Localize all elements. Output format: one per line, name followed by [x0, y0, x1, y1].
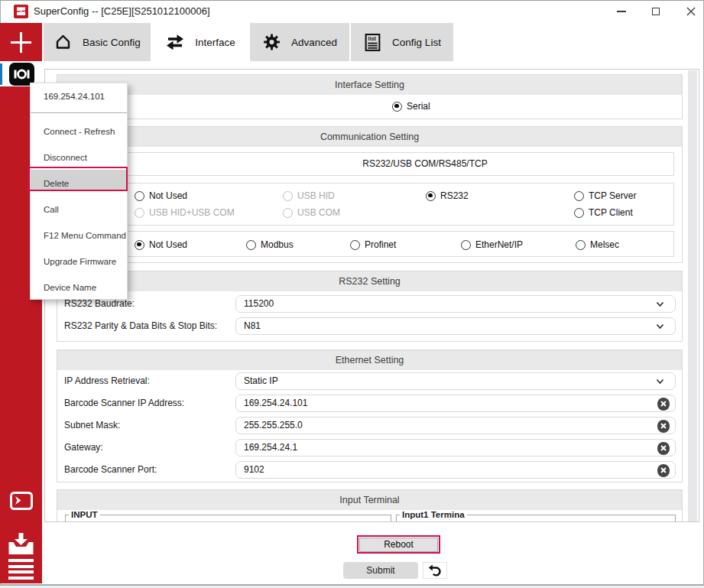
- chevron-down-icon: [656, 323, 664, 330]
- close-icon: [686, 7, 696, 16]
- gear-icon: [262, 33, 281, 51]
- section-title: RS232 Setting: [57, 271, 682, 291]
- section-rs232-setting: RS232 Setting RS232 Baudrate: 115200 RS2…: [57, 271, 683, 342]
- input-groupbox: INPUT: [65, 515, 391, 522]
- window-title: SuperConfig -- [C25E][S251012100006]: [34, 0, 210, 23]
- radio-modbus[interactable]: Modbus: [246, 239, 294, 250]
- radio-melsec[interactable]: Melsec: [576, 239, 619, 250]
- context-menu-header: 169.254.24.101: [44, 92, 105, 101]
- radio-ethernet-ip[interactable]: EtherNet/IP: [461, 239, 523, 250]
- device-selected-indicator: [0, 63, 2, 85]
- clear-icon[interactable]: [657, 464, 670, 477]
- comm-subtitle-box: RS232/USB COM/RS485/TCP: [61, 152, 674, 176]
- tab-label: Basic Config: [83, 37, 141, 48]
- superconfig-window: SuperConfig -- [C25E][S251012100006] Bas…: [0, 0, 704, 588]
- window-border-top: [0, 0, 704, 1]
- menu-item-upgrade-firmware[interactable]: Upgrade Firmware: [31, 249, 127, 275]
- vertical-scrollbar[interactable]: [688, 70, 697, 522]
- add-device-button[interactable]: [0, 23, 42, 61]
- clear-icon[interactable]: [657, 420, 670, 433]
- rs232-baudrate-select[interactable]: 115200: [235, 295, 676, 313]
- undo-icon: [428, 564, 442, 577]
- scanner-port-label: Barcode Scanner Port:: [64, 461, 157, 478]
- import-button[interactable]: [0, 532, 42, 555]
- rs232-parity-label: RS232 Parity & Data Bits & Stop Bits:: [64, 317, 217, 334]
- section-title: Interface Setting: [57, 75, 682, 95]
- device-context-menu: 169.254.24.101 Connect - Refresh Disconn…: [30, 83, 128, 300]
- radio-tcp-server[interactable]: TCP Server: [574, 190, 636, 201]
- delete-annotation-box: [28, 167, 128, 191]
- tab-label: Config List: [392, 37, 441, 48]
- section-input-terminal: Input Terminal INPUT Input1 Termina: [57, 489, 683, 522]
- list-icon: list: [363, 33, 382, 52]
- title-bar: SuperConfig -- [C25E][S251012100006]: [0, 0, 704, 23]
- maximize-icon: [652, 8, 660, 15]
- chevron-down-icon: [656, 301, 664, 307]
- download-icon: [8, 532, 34, 555]
- comm-subtitle: RS232/USB COM/RS485/TCP: [322, 153, 528, 175]
- tab-basic-config[interactable]: Basic Config: [44, 23, 151, 61]
- tab-interface[interactable]: Interface: [152, 23, 248, 61]
- radio-rs232[interactable]: RS232: [426, 190, 469, 201]
- section-communication-setting: Communication Setting RS232/USB COM/RS48…: [57, 126, 683, 263]
- ip-retrieval-select[interactable]: Static IP: [235, 372, 676, 390]
- radio-usb-com[interactable]: USB COM: [283, 207, 340, 218]
- radio-tcp-client[interactable]: TCP Client: [574, 207, 633, 218]
- radio-serial[interactable]: Serial: [392, 101, 430, 112]
- maximize-button[interactable]: [638, 0, 673, 23]
- radio-protocol-not-used[interactable]: Not Used: [135, 239, 187, 250]
- tab-advanced[interactable]: Advanced: [250, 23, 349, 61]
- svg-text:list: list: [368, 35, 377, 42]
- menu-button[interactable]: [0, 559, 42, 580]
- hamburger-icon: [8, 559, 34, 562]
- gateway-input[interactable]: 169.254.24.1: [235, 439, 676, 456]
- menu-item-f12-menu-command[interactable]: F12 Menu Command: [31, 223, 127, 249]
- home-icon: [54, 33, 73, 51]
- subnet-mask-label: Subnet Mask:: [64, 417, 120, 434]
- section-title: Communication Setting: [57, 127, 682, 147]
- submit-button[interactable]: Submit: [343, 562, 418, 579]
- config-panel: Interface Setting Serial Communication S…: [44, 69, 699, 522]
- terminal-button[interactable]: [0, 492, 42, 510]
- close-button[interactable]: [673, 0, 704, 23]
- menu-item-device-name[interactable]: Device Name: [31, 275, 127, 300]
- radio-not-used[interactable]: Not Used: [135, 190, 187, 201]
- window-border-bottom-light: [0, 586, 704, 588]
- tab-config-list[interactable]: list Config List: [351, 23, 453, 61]
- section-title: Input Terminal: [57, 490, 682, 510]
- scanner-ip-label: Barcode Scanner IP Address:: [64, 395, 184, 411]
- radio-usb-hid-usb-com[interactable]: USB HID+USB COM: [135, 207, 235, 218]
- reboot-annotation-box: [357, 535, 440, 554]
- radio-profinet[interactable]: Profinet: [350, 239, 396, 250]
- gateway-label: Gateway:: [64, 439, 103, 456]
- tab-label: Interface: [195, 37, 235, 48]
- menu-item-connect-refresh[interactable]: Connect - Refresh: [31, 119, 127, 145]
- undo-button[interactable]: [423, 562, 447, 579]
- radio-circle: [392, 102, 402, 112]
- input1-groupbox: Input1 Termina: [396, 515, 676, 522]
- scanner-ip-input[interactable]: 169.254.24.101: [235, 395, 676, 412]
- rs232-parity-select[interactable]: N81: [235, 317, 676, 335]
- menu-item-call[interactable]: Call: [31, 197, 127, 223]
- minimize-button[interactable]: [604, 0, 638, 23]
- section-ethernet-setting: Ethernet Setting IP Address Retrieval: S…: [57, 349, 683, 482]
- app-icon: [14, 5, 28, 18]
- clear-icon[interactable]: [657, 442, 670, 455]
- clear-icon[interactable]: [657, 398, 670, 411]
- swap-arrows-icon: [165, 33, 185, 51]
- tab-label: Advanced: [291, 37, 337, 48]
- subnet-mask-input[interactable]: 255.255.255.0: [235, 417, 676, 434]
- scanner-port-input[interactable]: 9102: [235, 461, 676, 479]
- comm-interface-options-box: Not Used USB HID RS232 TCP Server USB HI…: [61, 183, 674, 226]
- radio-usb-hid[interactable]: USB HID: [283, 190, 335, 201]
- menu-separator: [31, 112, 127, 113]
- section-interface-setting: Interface Setting Serial: [57, 74, 683, 119]
- minimize-icon: [617, 11, 626, 12]
- chevron-down-icon: [656, 378, 664, 385]
- ip-retrieval-label: IP Address Retrieval:: [64, 372, 150, 389]
- section-title: Ethernet Setting: [57, 350, 682, 370]
- comm-protocol-options-box: Not Used Modbus Profinet EtherNet/IP Mel…: [61, 231, 674, 257]
- terminal-icon: [10, 492, 33, 510]
